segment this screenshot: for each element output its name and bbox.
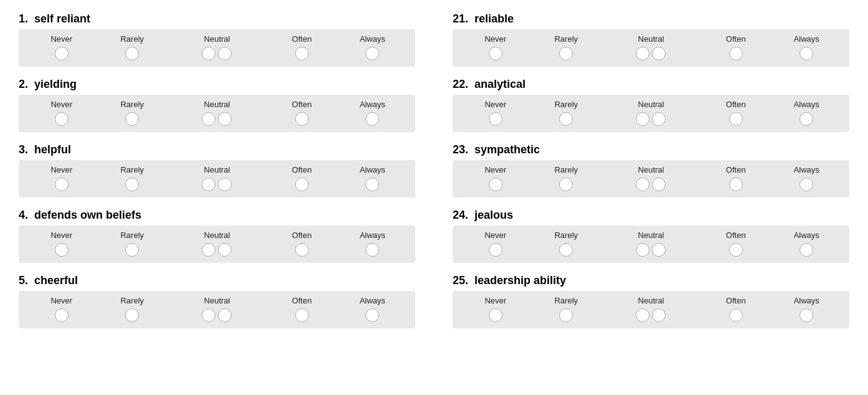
q24-never-radio[interactable] [489,243,502,257]
q25-rarely-radio[interactable] [559,308,573,322]
question-5-number: 5. [19,274,28,287]
q2-rarely: Rarely [97,100,168,126]
q3-always-label: Always [360,165,385,174]
question-22-scale: Never Rarely Neutral Often [453,95,849,132]
q24-often-radio[interactable] [729,243,743,257]
q4-neutral-radio-1[interactable] [202,243,215,257]
q1-always-label: Always [360,34,385,44]
q25-never-label: Never [484,296,506,305]
q5-always-radio[interactable] [366,308,379,322]
q2-never-radio[interactable] [55,112,68,126]
q23-often-radio[interactable] [729,178,743,191]
q3-always-radio[interactable] [366,178,379,191]
q2-neutral-radio-1[interactable] [202,112,215,126]
q24-neutral-radio-2[interactable] [652,243,666,257]
q3-neutral-radio-2[interactable] [218,178,232,191]
q5-rarely-radio[interactable] [125,308,139,322]
q5-neutral-radio-2[interactable] [218,308,232,322]
question-2: 2. yielding Never Rarely Neutral [19,78,415,132]
page-layout: 1. self reliant Never Rarely Neutral [19,12,849,340]
q4-always-label: Always [360,231,385,240]
q3-rarely-radio[interactable] [125,178,139,191]
q1-rarely-radio[interactable] [125,47,139,60]
q2-always-radio[interactable] [366,112,379,126]
q21-neutral-radio-1[interactable] [636,47,649,60]
q23-never-radio[interactable] [489,178,502,191]
question-3-scale: Never Rarely Neutral Often [19,160,415,198]
q24-always-radio[interactable] [800,243,813,257]
q21-rarely: Rarely [531,34,602,60]
q4-neutral-radio-2[interactable] [218,243,232,257]
left-column: 1. self reliant Never Rarely Neutral [19,12,415,340]
q4-never-radio[interactable] [55,243,68,257]
q23-neutral-radio-1[interactable] [636,178,649,191]
q1-often-radio[interactable] [295,47,309,60]
question-23-number: 23. [453,143,468,156]
q23-neutral-radio-2[interactable] [652,178,666,191]
question-3: 3. helpful Never Rarely Neutral [19,143,415,198]
question-22-title: 22. analytical [453,78,849,91]
q25-neutral-radio-2[interactable] [652,308,666,322]
question-25-label: leadership ability [474,274,566,287]
q1-neutral-radio-2[interactable] [218,47,232,60]
q4-often-radio[interactable] [295,243,309,257]
q5-neutral-radio-1[interactable] [202,308,215,322]
q1-neutral-label: Neutral [204,34,230,44]
q21-often-radio[interactable] [729,47,743,60]
q23-rarely-radio[interactable] [559,178,573,191]
q22-always-radio[interactable] [800,112,813,126]
q22-rarely-radio[interactable] [559,112,573,126]
q24-neutral-radio-1[interactable] [636,243,649,257]
q21-never-radio[interactable] [489,47,502,60]
q23-never: Never [460,165,531,191]
q4-always-radio[interactable] [366,243,379,257]
q3-neutral-radio-1[interactable] [202,178,215,191]
q1-always: Always [337,34,408,60]
q22-always-label: Always [794,100,819,109]
q1-neutral-radio-1[interactable] [202,47,215,60]
q4-never-label: Never [50,231,72,240]
right-column: 21. reliable Never Rarely Neutral [453,12,849,340]
question-23-label: sympathetic [474,143,540,156]
q25-always-radio[interactable] [800,308,813,322]
q2-often: Often [267,100,337,126]
q1-always-radio[interactable] [366,47,379,60]
q24-never-label: Never [484,231,506,240]
q21-neutral-label: Neutral [638,34,664,44]
q4-neutral-label: Neutral [204,231,230,240]
question-24: 24. jealous Never Rarely Neutral [453,209,849,263]
q23-always: Always [771,165,842,191]
q3-never-radio[interactable] [55,178,68,191]
q21-rarely-radio[interactable] [559,47,573,60]
q21-always-radio[interactable] [800,47,813,60]
q4-rarely-radio[interactable] [125,243,139,257]
q5-neutral-label: Neutral [204,296,230,305]
q5-rarely-label: Rarely [120,296,144,305]
q22-never-radio[interactable] [489,112,502,126]
q5-often-radio[interactable] [295,308,309,322]
q2-neutral-radio-2[interactable] [218,112,232,126]
q2-rarely-radio[interactable] [125,112,139,126]
q25-often-radio[interactable] [729,308,743,322]
q1-never-radio[interactable] [55,47,68,60]
q24-rarely-radio[interactable] [559,243,573,257]
q25-never-radio[interactable] [489,308,502,322]
q22-neutral-radio-2[interactable] [652,112,666,126]
q25-rarely-label: Rarely [554,296,578,305]
q21-neutral-radio-2[interactable] [652,47,666,60]
q4-never: Never [26,231,97,257]
q22-neutral-radio-1[interactable] [636,112,649,126]
question-1-label: self reliant [34,12,90,25]
question-4-label: defends own beliefs [34,209,141,221]
q23-always-radio[interactable] [800,178,813,191]
q21-never-label: Never [484,34,506,44]
q23-always-label: Always [794,165,819,174]
q21-never: Never [460,34,531,60]
q22-often-radio[interactable] [729,112,743,126]
q23-rarely-label: Rarely [554,165,578,174]
q3-often-radio[interactable] [295,178,309,191]
q25-neutral-radio-1[interactable] [636,308,649,322]
q2-often-radio[interactable] [295,112,309,126]
q5-never-radio[interactable] [55,308,68,322]
q4-always: Always [337,231,408,257]
